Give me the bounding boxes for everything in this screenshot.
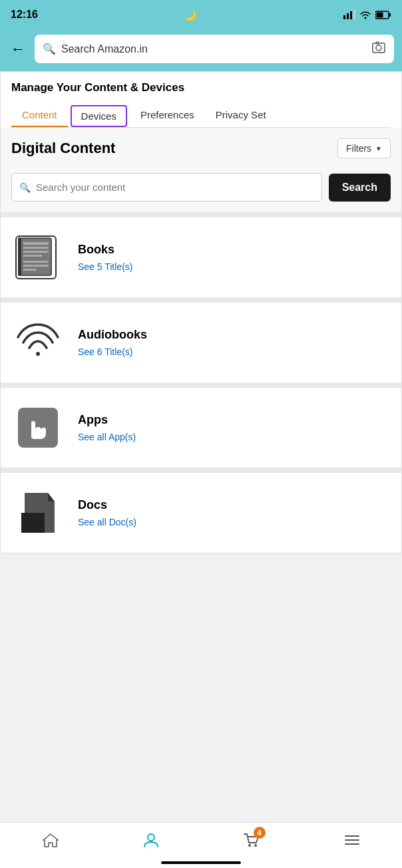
svg-rect-2 xyxy=(350,11,352,19)
svg-point-4 xyxy=(364,17,366,19)
browser-search-text: Search Amazon.in xyxy=(61,43,366,55)
apps-link[interactable]: See all App(s) xyxy=(78,432,136,442)
search-input[interactable] xyxy=(11,173,322,202)
svg-rect-1 xyxy=(347,13,349,19)
docs-icon xyxy=(11,486,65,539)
menu-nav-button[interactable] xyxy=(333,829,371,855)
page-header: Manage Your Content & Devices Content De… xyxy=(1,72,401,128)
home-icon xyxy=(42,832,59,852)
search-input-icon: 🔍 xyxy=(19,182,31,193)
browser-search-bar[interactable]: 🔍 Search Amazon.in xyxy=(35,35,394,63)
svg-rect-16 xyxy=(23,255,42,257)
svg-rect-13 xyxy=(23,242,49,245)
apps-info: Apps See all App(s) xyxy=(78,413,391,443)
svg-point-22 xyxy=(36,352,40,356)
status-icons xyxy=(343,10,391,19)
svg-rect-25 xyxy=(21,513,45,533)
svg-rect-17 xyxy=(23,261,49,263)
signal-icon xyxy=(343,10,355,19)
audiobooks-title: Audiobooks xyxy=(78,328,391,342)
back-button[interactable]: ← xyxy=(8,38,28,61)
svg-rect-7 xyxy=(376,12,383,17)
audiobooks-icon xyxy=(11,316,65,369)
digital-content-title: Digital Content xyxy=(11,140,115,157)
svg-point-26 xyxy=(148,834,154,841)
tabs: Content Devices Preferences Privacy Set xyxy=(11,102,391,128)
home-indicator xyxy=(161,861,241,864)
browser-search-icon: 🔍 xyxy=(43,43,56,55)
tab-devices[interactable]: Devices xyxy=(71,105,127,127)
svg-rect-14 xyxy=(23,247,49,249)
digital-content-header: Digital Content Filters ▼ xyxy=(1,128,401,166)
status-bar: 12:16 🌙 xyxy=(0,0,402,29)
svg-rect-6 xyxy=(389,13,391,17)
wifi-icon xyxy=(359,10,371,19)
home-nav-button[interactable] xyxy=(31,829,70,855)
docs-link[interactable]: See all Doc(s) xyxy=(78,517,136,527)
svg-rect-3 xyxy=(353,10,355,19)
svg-point-28 xyxy=(254,844,257,847)
docs-info: Docs See all Doc(s) xyxy=(78,498,391,528)
svg-rect-19 xyxy=(23,269,37,271)
tab-content[interactable]: Content xyxy=(11,102,68,127)
svg-point-9 xyxy=(376,45,381,51)
filters-label: Filters xyxy=(346,143,371,154)
books-info: Books See 5 Title(s) xyxy=(78,243,391,273)
svg-rect-0 xyxy=(343,15,345,19)
profile-icon xyxy=(142,832,160,852)
svg-rect-8 xyxy=(373,43,385,53)
cart-badge: 4 xyxy=(254,827,266,839)
tab-privacy[interactable]: Privacy Set xyxy=(205,102,277,127)
main-content: Manage Your Content & Devices Content De… xyxy=(0,71,402,553)
books-title: Books xyxy=(78,243,391,257)
search-button[interactable]: Search xyxy=(329,174,391,202)
search-input-wrapper: 🔍 xyxy=(11,173,322,202)
filters-button[interactable]: Filters ▼ xyxy=(337,138,391,158)
svg-rect-24 xyxy=(31,422,33,432)
menu-icon xyxy=(343,832,361,852)
cart-nav-button[interactable]: 4 xyxy=(232,829,271,855)
filters-arrow-icon: ▼ xyxy=(375,145,382,152)
svg-rect-15 xyxy=(23,251,49,253)
apps-icon xyxy=(11,401,65,454)
search-area: 🔍 Search xyxy=(1,166,401,212)
svg-rect-18 xyxy=(23,265,49,267)
cart-wrapper: 4 xyxy=(243,832,260,852)
books-item: Books See 5 Title(s) xyxy=(1,217,401,303)
apps-title: Apps xyxy=(78,413,391,427)
docs-item: Docs See all Doc(s) xyxy=(1,473,401,553)
camera-icon[interactable] xyxy=(371,40,386,58)
audiobooks-item: Audiobooks See 6 Title(s) xyxy=(1,303,401,388)
docs-title: Docs xyxy=(78,498,391,512)
tab-preferences[interactable]: Preferences xyxy=(130,102,205,127)
svg-point-27 xyxy=(248,844,251,847)
page-title: Manage Your Content & Devices xyxy=(11,81,391,94)
divider-top xyxy=(1,212,401,217)
audiobooks-link[interactable]: See 6 Title(s) xyxy=(78,347,132,357)
moon-icon: 🌙 xyxy=(184,9,197,21)
audiobooks-info: Audiobooks See 6 Title(s) xyxy=(78,328,391,358)
profile-nav-button[interactable] xyxy=(132,829,170,855)
browser-bar: ← 🔍 Search Amazon.in xyxy=(0,29,402,71)
apps-item: Apps See all App(s) xyxy=(1,388,401,473)
status-time: 12:16 xyxy=(11,9,38,21)
svg-rect-20 xyxy=(18,237,21,276)
books-link[interactable]: See 5 Title(s) xyxy=(78,261,132,272)
battery-icon xyxy=(375,11,391,19)
books-icon xyxy=(11,231,65,284)
